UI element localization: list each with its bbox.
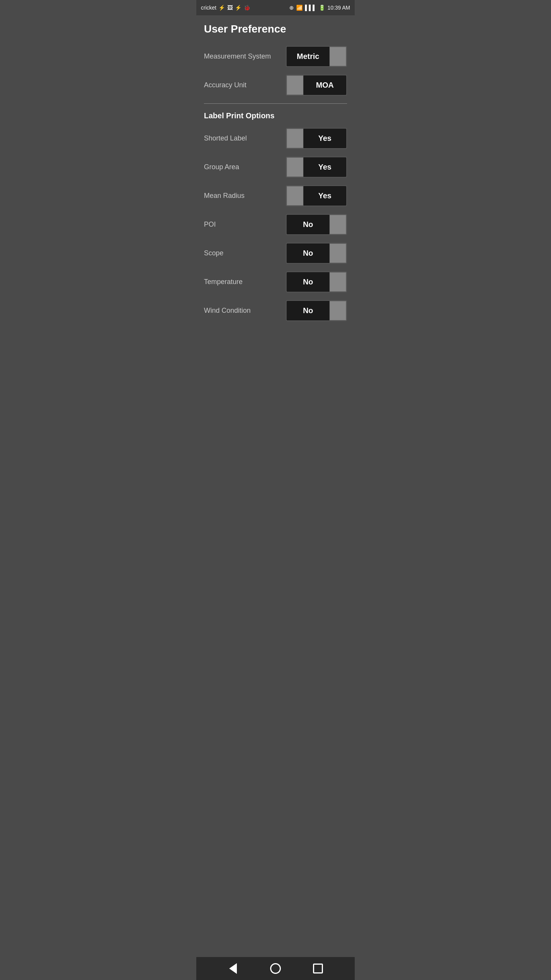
back-button[interactable] [225,961,241,976]
label-option-toggle-1[interactable]: Yes [286,157,347,178]
label-option-value-5: No [287,278,329,286]
carrier-name: cricket [201,5,216,11]
usb-icon: ⚡ [218,5,225,11]
label-option-thumb-3 [329,215,346,234]
recent-icon [313,964,323,973]
label-print-options-header: Label Print Options [204,111,347,120]
label-option-label-3: POI [204,220,286,229]
status-left: cricket ⚡ 🖼 ⚡ 🐞 [201,5,250,11]
battery-icon: 🔋 [319,5,325,11]
label-option-label-0: Shorted Label [204,134,286,142]
label-option-row-3: POINo [204,214,347,235]
label-option-row-2: Mean RadiusYes [204,185,347,206]
label-option-value-1: Yes [303,163,346,172]
measurement-system-row: Measurement System Metric [204,46,347,67]
label-option-label-2: Mean Radius [204,192,286,200]
label-option-thumb-5 [329,272,346,292]
measurement-system-value: Metric [287,52,329,61]
debug-icon: 🐞 [244,5,250,11]
label-option-thumb-2 [287,186,303,206]
accuracy-unit-toggle[interactable]: MOA [286,75,347,96]
accuracy-unit-label: Accuracy Unit [204,81,286,89]
status-bar: cricket ⚡ 🖼 ⚡ 🐞 ⊕ 📶 ▌▌▌ 🔋 10:39 AM [196,0,355,15]
back-icon [229,963,237,974]
home-button[interactable] [268,961,283,976]
home-icon [270,963,281,974]
measurement-system-label: Measurement System [204,52,286,60]
bluetooth-icon: ⊕ [289,5,294,11]
signal-icon: ▌▌▌ [305,5,316,11]
accuracy-unit-thumb [287,75,303,95]
label-option-label-4: Scope [204,249,286,257]
status-right: ⊕ 📶 ▌▌▌ 🔋 10:39 AM [289,5,350,11]
label-option-row-5: TemperatureNo [204,271,347,292]
label-option-value-0: Yes [303,134,346,143]
label-option-thumb-4 [329,243,346,263]
label-option-row-0: Shorted LabelYes [204,128,347,149]
measurement-system-thumb [329,47,346,66]
label-option-row-1: Group AreaYes [204,157,347,178]
label-option-value-2: Yes [303,191,346,200]
label-option-toggle-4[interactable]: No [286,243,347,264]
main-content: User Preference Measurement System Metri… [196,15,355,957]
measurement-system-toggle[interactable]: Metric [286,46,347,67]
image-icon: 🖼 [227,5,233,11]
page-title: User Preference [204,23,347,35]
label-option-toggle-3[interactable]: No [286,214,347,235]
label-option-row-6: Wind ConditionNo [204,300,347,321]
label-option-value-3: No [287,220,329,229]
usb2-icon: ⚡ [235,5,241,11]
label-option-toggle-6[interactable]: No [286,300,347,321]
label-options-container: Shorted LabelYesGroup AreaYesMean Radius… [204,128,347,321]
time: 10:39 AM [328,5,350,11]
label-option-thumb-1 [287,157,303,177]
label-option-toggle-5[interactable]: No [286,271,347,292]
label-option-label-1: Group Area [204,163,286,171]
label-option-thumb-0 [287,129,303,148]
nav-bar [196,957,355,980]
wifi-icon: 📶 [296,5,303,11]
label-option-toggle-2[interactable]: Yes [286,185,347,206]
accuracy-unit-row: Accuracy Unit MOA [204,75,347,96]
section-divider [204,103,347,104]
label-option-value-4: No [287,249,329,258]
accuracy-unit-value: MOA [303,81,346,90]
label-option-row-4: ScopeNo [204,243,347,264]
label-option-toggle-0[interactable]: Yes [286,128,347,149]
label-option-value-6: No [287,306,329,315]
recent-button[interactable] [310,961,326,976]
label-option-thumb-6 [329,301,346,320]
label-option-label-5: Temperature [204,278,286,286]
label-option-label-6: Wind Condition [204,307,286,315]
